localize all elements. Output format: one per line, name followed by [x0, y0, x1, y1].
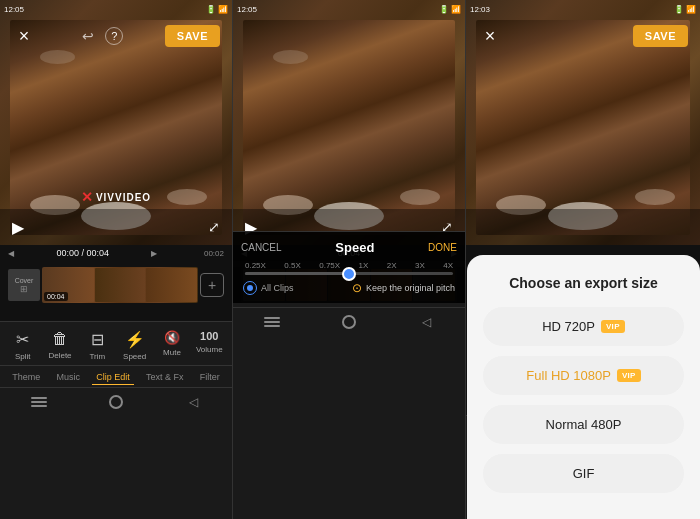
export-modal: Choose an export size HD 720P VIP Full H… [467, 255, 700, 519]
keep-pitch-option[interactable]: ⊙ Keep the original pitch [352, 281, 455, 295]
export-title: Choose an export size [483, 275, 684, 291]
tool-volume[interactable]: 100 Volume [194, 330, 224, 361]
top-bar-3: × SAVE [466, 18, 700, 54]
battery-icon-1: 🔋 [206, 5, 216, 14]
prev-arrow-1[interactable]: ◀ [8, 249, 14, 258]
panel-1: 12:05 🔋 📶 × ↩ ? SAVE [0, 0, 233, 519]
all-clips-label: All Clips [261, 283, 294, 293]
speed-cancel-button[interactable]: CANCEL [241, 242, 282, 253]
nav-home-2[interactable] [262, 312, 282, 332]
playback-bar-3: ▶ [466, 209, 700, 245]
trim-label: Trim [89, 352, 105, 361]
status-bar-3: 12:03 🔋 📶 [466, 0, 700, 18]
tool-mute[interactable]: 🔇 Mute [157, 330, 187, 361]
speed-header: CANCEL Speed DONE [241, 240, 457, 255]
undo-button-1[interactable]: ↩ [77, 25, 99, 47]
speed-mark-075: 0.75X [319, 261, 340, 270]
export-720p-label: HD 720P [542, 319, 595, 334]
speed-mark-3x: 3X [415, 261, 425, 270]
cover-thumb-1[interactable]: Cover ⊞ [8, 269, 40, 301]
time-display-1: 00:00 / 00:04 [56, 248, 109, 258]
tab-theme-1[interactable]: Theme [8, 370, 44, 385]
nav-back-1[interactable]: ◁ [183, 392, 203, 412]
vip-badge-1080p: VIP [617, 369, 641, 382]
time-1: 12:05 [4, 5, 24, 14]
volume-icon: 100 [200, 330, 218, 342]
cover-icon-1: ⊞ [20, 284, 28, 294]
nav-circle-2[interactable] [339, 312, 359, 332]
speed-mark-1x: 1X [359, 261, 369, 270]
all-clips-dot [247, 285, 253, 291]
nav-home-1[interactable] [29, 392, 49, 412]
split-label: Split [15, 352, 31, 361]
speed-slider-fill [245, 272, 349, 275]
export-option-720p[interactable]: HD 720P VIP [483, 307, 684, 346]
save-button-1[interactable]: SAVE [165, 25, 220, 47]
speed-slider-thumb[interactable] [342, 267, 356, 281]
speed-icon: ⚡ [125, 330, 145, 349]
tab-filter-1[interactable]: Filter [196, 370, 224, 385]
bottom-tabs-1: Theme Music Clip Edit Text & Fx Filter [0, 365, 232, 387]
close-button-3[interactable]: × [478, 24, 502, 48]
status-time-2: 12:05 [233, 0, 261, 18]
export-option-gif[interactable]: GIF [483, 454, 684, 493]
export-1080p-label: Full HD 1080P [526, 368, 611, 383]
video-thumb-strip-1[interactable]: 00:04 [42, 267, 198, 303]
tool-trim[interactable]: ⊟ Trim [82, 330, 112, 361]
clip-time-badge-1: 00:04 [44, 292, 68, 301]
status-time-1: 12:05 [0, 0, 28, 18]
speed-mark-4x: 4X [443, 261, 453, 270]
delete-label: Delete [48, 351, 71, 360]
wifi-icon-1: 📶 [218, 5, 228, 14]
video-area-2: ▶ ⤢ [233, 0, 465, 245]
panel-3: 12:03 🔋 📶 × SAVE ▶ [466, 0, 700, 519]
tool-delete[interactable]: 🗑 Delete [45, 330, 75, 361]
status-time-3: 12:03 [466, 0, 494, 18]
time-3: 12:03 [470, 5, 490, 14]
add-clip-button-1[interactable]: + [200, 273, 224, 297]
watermark-x-icon: ✕ [81, 189, 93, 205]
wifi-icon-3: 📶 [686, 5, 696, 14]
export-gif-label: GIF [573, 466, 595, 481]
all-clips-radio[interactable] [243, 281, 257, 295]
close-button-1[interactable]: × [12, 24, 36, 48]
speed-slider[interactable] [245, 272, 453, 275]
panel-2: 12:05 🔋 📶 ▶ ⤢ ◀ [233, 0, 466, 519]
nav-back-2[interactable]: ◁ [416, 312, 436, 332]
status-icons-1: 🔋 📶 [202, 0, 232, 18]
watermark-text: VIVVIDEO [96, 192, 151, 203]
tab-music-1[interactable]: Music [52, 370, 84, 385]
keep-pitch-label: Keep the original pitch [366, 283, 455, 293]
speed-options: All Clips ⊙ Keep the original pitch [241, 281, 457, 299]
nav-bar-2: ◁ [233, 307, 465, 336]
save-button-3[interactable]: SAVE [633, 25, 688, 47]
tool-split[interactable]: ✂ Split [8, 330, 38, 361]
help-button-1[interactable]: ? [105, 27, 123, 45]
fullscreen-button-1[interactable]: ⤢ [208, 219, 220, 235]
end-time-1: 00:02 [204, 249, 224, 258]
volume-label: Volume [196, 345, 223, 354]
speed-mark-025: 0.25X [245, 261, 266, 270]
timeline-1: Cover ⊞ 00:04 + [0, 261, 232, 321]
speed-done-button[interactable]: DONE [428, 242, 457, 253]
pitch-icon: ⊙ [352, 281, 362, 295]
tab-clip-edit-1[interactable]: Clip Edit [92, 370, 134, 385]
speed-label: Speed [123, 352, 146, 361]
wifi-icon-2: 📶 [451, 5, 461, 14]
trim-icon: ⊟ [91, 330, 104, 349]
next-arrow-1[interactable]: ▶ [151, 249, 157, 258]
status-bar-2: 12:05 🔋 📶 [233, 0, 465, 18]
watermark-1: ✕ VIVVIDEO [81, 189, 151, 205]
time-2: 12:05 [237, 5, 257, 14]
all-clips-option[interactable]: All Clips [243, 281, 294, 295]
play-button-1[interactable]: ▶ [12, 218, 24, 237]
tool-speed[interactable]: ⚡ Speed [120, 330, 150, 361]
split-icon: ✂ [16, 330, 29, 349]
tab-text-fx-1[interactable]: Text & Fx [142, 370, 188, 385]
export-option-1080p[interactable]: Full HD 1080P VIP [483, 356, 684, 395]
speed-mark-2x: 2X [387, 261, 397, 270]
nav-circle-1[interactable] [106, 392, 126, 412]
export-option-480p[interactable]: Normal 480P [483, 405, 684, 444]
playback-bar-1: ▶ ⤢ [0, 209, 232, 245]
battery-icon-3: 🔋 [674, 5, 684, 14]
